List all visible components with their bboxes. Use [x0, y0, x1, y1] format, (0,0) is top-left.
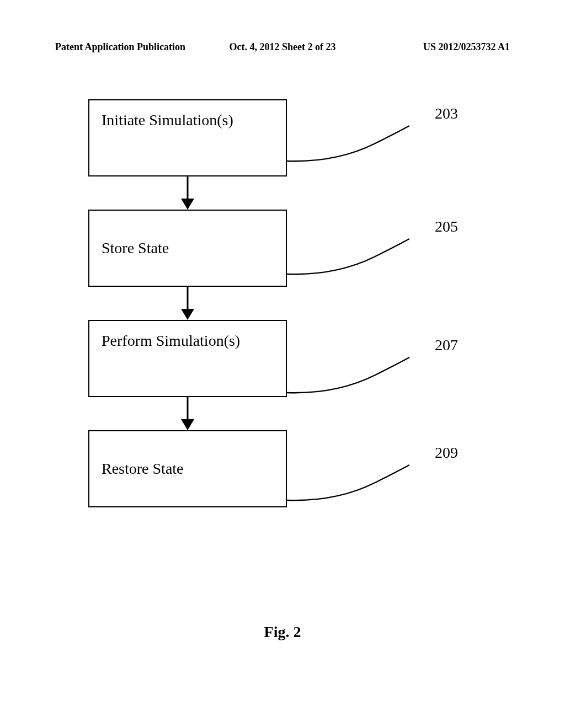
- arrow-line-icon: [187, 176, 189, 201]
- reference-number: 205: [435, 218, 458, 235]
- arrow-head-icon: [181, 309, 194, 320]
- reference-label-wrapper: 205: [320, 218, 458, 251]
- arrow-head-icon: [181, 199, 194, 210]
- connector-curve-icon: [287, 234, 441, 276]
- arrow-line-icon: [187, 397, 189, 422]
- header-publication-type: Patent Application Publication: [55, 41, 207, 53]
- connector-curve-icon: [287, 121, 441, 163]
- reference-label-wrapper: 207: [320, 336, 458, 370]
- reference-label-wrapper: 203: [320, 105, 458, 138]
- page-header: Patent Application Publication Oct. 4, 2…: [0, 41, 565, 53]
- flowchart-box-initiate: Initiate Simulation(s): [88, 99, 287, 176]
- flow-arrow: [88, 287, 287, 320]
- flow-arrow: [88, 397, 287, 430]
- flowchart-box-label: Store State: [102, 239, 169, 257]
- flow-arrow: [88, 176, 287, 210]
- flowchart-box-label: Restore State: [102, 460, 184, 478]
- reference-number: 203: [435, 105, 458, 122]
- flowchart-box-store: Store State: [88, 210, 287, 287]
- flowchart-box-label: Initiate Simulation(s): [102, 111, 233, 129]
- figure-caption: Fig. 2: [0, 623, 565, 641]
- connector-curve-icon: [287, 353, 441, 394]
- reference-number: 209: [435, 444, 458, 462]
- arrow-head-icon: [181, 419, 194, 430]
- header-date-sheet: Oct. 4, 2012 Sheet 2 of 23: [207, 41, 359, 53]
- connector-curve-icon: [287, 461, 441, 502]
- flowchart-box-label: Perform Simulation(s): [102, 332, 240, 350]
- reference-label-wrapper: 209: [320, 444, 458, 477]
- flowchart-box-restore: Restore State: [88, 430, 287, 507]
- header-patent-number: US 2012/0253732 A1: [358, 41, 510, 53]
- flowchart-diagram: Initiate Simulation(s) 203 Store State 2…: [88, 99, 475, 507]
- arrow-line-icon: [187, 287, 189, 312]
- reference-number: 207: [435, 336, 458, 354]
- flowchart-box-perform: Perform Simulation(s): [88, 320, 287, 397]
